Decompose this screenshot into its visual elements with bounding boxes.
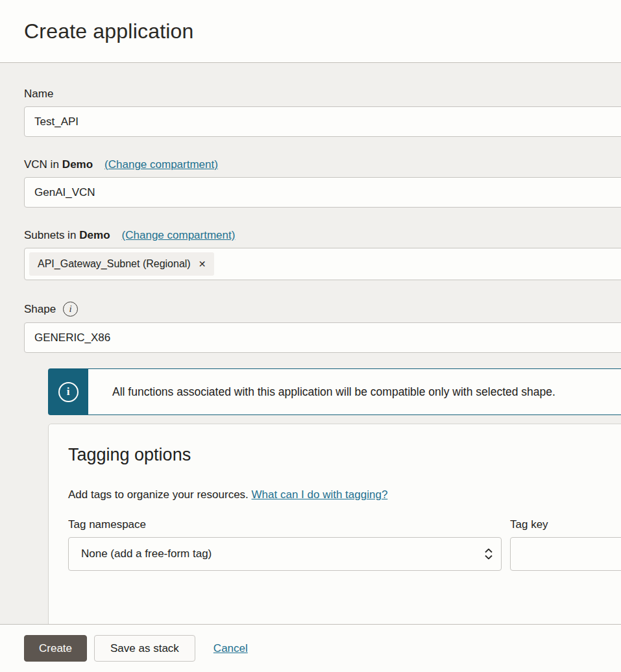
subnet-chip-label: API_Gateway_Subnet (Regional): [38, 258, 191, 270]
create-button[interactable]: Create: [24, 635, 87, 662]
subnets-compartment-name: Demo: [79, 229, 110, 242]
shape-select-input[interactable]: [24, 322, 621, 353]
dialog-header: Create application: [0, 0, 621, 63]
info-banner-icon-block: i: [48, 368, 88, 415]
page-title: Create application: [24, 19, 194, 43]
shape-info-icon[interactable]: i: [63, 302, 78, 317]
tag-namespace-select[interactable]: None (add a free-form tag): [68, 537, 502, 571]
subnets-label: Subnets in: [24, 229, 76, 242]
tag-row: Tag namespace None (add a free-form tag)…: [68, 518, 621, 571]
info-icon: i: [58, 382, 79, 402]
tag-namespace-selected-value: None (add a free-form tag): [81, 547, 212, 560]
cancel-link[interactable]: Cancel: [213, 642, 248, 655]
tag-key-column: Tag key: [510, 518, 621, 571]
name-label: Name: [24, 88, 53, 101]
create-application-dialog: Create application Name VCN in Demo (Cha…: [0, 0, 621, 672]
tag-namespace-column: Tag namespace None (add a free-form tag): [68, 518, 502, 571]
vcn-field-group: VCN in Demo (Change compartment): [24, 158, 621, 208]
info-banner-body: All functions associated with this appli…: [88, 368, 621, 415]
dialog-footer: Create Save as stack Cancel: [0, 624, 621, 672]
vcn-select-input[interactable]: [24, 177, 621, 208]
save-as-stack-button[interactable]: Save as stack: [94, 635, 195, 662]
tagging-options-title: Tagging options: [68, 445, 621, 465]
name-input[interactable]: [24, 106, 621, 137]
vcn-change-compartment-link[interactable]: (Change compartment): [104, 158, 218, 171]
shape-label: Shape: [24, 303, 56, 316]
tagging-description-text: Add tags to organize your resources.: [68, 488, 252, 501]
name-field-group: Name: [24, 88, 621, 137]
tag-key-label: Tag key: [510, 518, 621, 531]
subnets-multiselect-input[interactable]: API_Gateway_Subnet (Regional) ✕: [24, 248, 621, 280]
subnets-field-group: Subnets in Demo (Change compartment) API…: [24, 229, 621, 280]
form-body: Name VCN in Demo (Change compartment) Su…: [0, 63, 621, 627]
tagging-description: Add tags to organize your resources. Wha…: [68, 488, 621, 501]
tag-key-input[interactable]: [510, 537, 621, 571]
vcn-compartment-name: Demo: [62, 158, 93, 171]
subnet-chip-remove-icon[interactable]: ✕: [199, 259, 206, 269]
info-banner-text: All functions associated with this appli…: [112, 385, 555, 399]
info-banner: i All functions associated with this app…: [48, 368, 621, 415]
tagging-options-card: Tagging options Add tags to organize you…: [48, 424, 621, 627]
select-stepper-icon: [485, 549, 493, 560]
tagging-help-link[interactable]: What can I do with tagging?: [252, 488, 388, 501]
vcn-label: VCN in: [24, 158, 59, 171]
shape-field-group: Shape i: [24, 302, 621, 353]
tag-namespace-label: Tag namespace: [68, 518, 502, 531]
subnets-change-compartment-link[interactable]: (Change compartment): [122, 229, 236, 242]
subnet-chip: API_Gateway_Subnet (Regional) ✕: [29, 252, 214, 276]
